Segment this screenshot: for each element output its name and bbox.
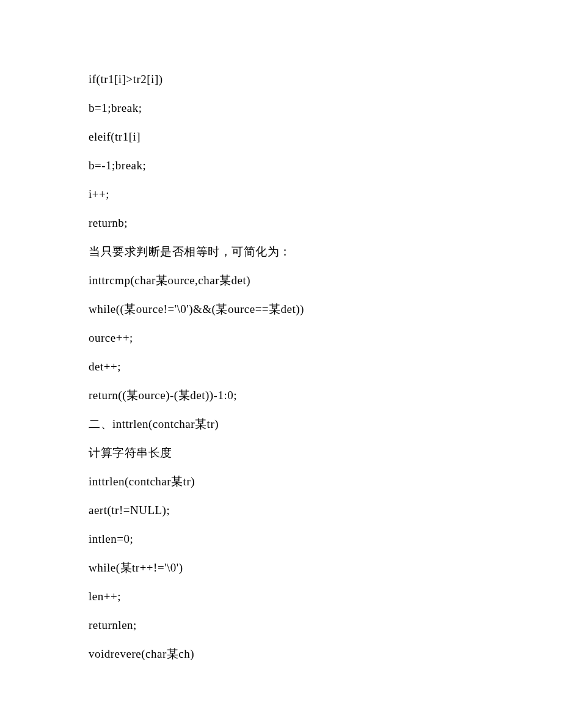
code-line: i++; [89, 188, 473, 200]
code-line: intlen=0; [89, 533, 473, 545]
code-line: ource++; [89, 332, 473, 344]
code-line: while(某tr++!='\0') [89, 562, 473, 573]
code-line: 当只要求判断是否相等时，可简化为： [89, 246, 473, 257]
code-line: while((某ource!='\0')&&(某ource==某det)) [89, 303, 473, 315]
code-line: eleif(tr1[i] [89, 131, 473, 142]
code-line: 二、inttrlen(contchar某tr) [89, 418, 473, 430]
code-line: inttrcmp(char某ource,char某det) [89, 274, 473, 286]
document-page: if(tr1[i]>tr2[i]) b=1;break; eleif(tr1[i… [0, 0, 562, 713]
code-line: if(tr1[i]>tr2[i]) [89, 73, 473, 85]
code-line: returnb; [89, 217, 473, 229]
code-line: return((某ource)-(某det))-1:0; [89, 389, 473, 401]
code-line: returnlen; [89, 619, 473, 631]
code-line: voidrevere(char某ch) [89, 648, 473, 660]
code-line: len++; [89, 590, 473, 602]
code-line: det++; [89, 361, 473, 372]
code-line: aert(tr!=NULL); [89, 504, 473, 516]
code-line: b=-1;break; [89, 160, 473, 171]
code-line: 计算字符串长度 [89, 447, 473, 458]
code-line: b=1;break; [89, 102, 473, 114]
code-line: inttrlen(contchar某tr) [89, 476, 473, 487]
